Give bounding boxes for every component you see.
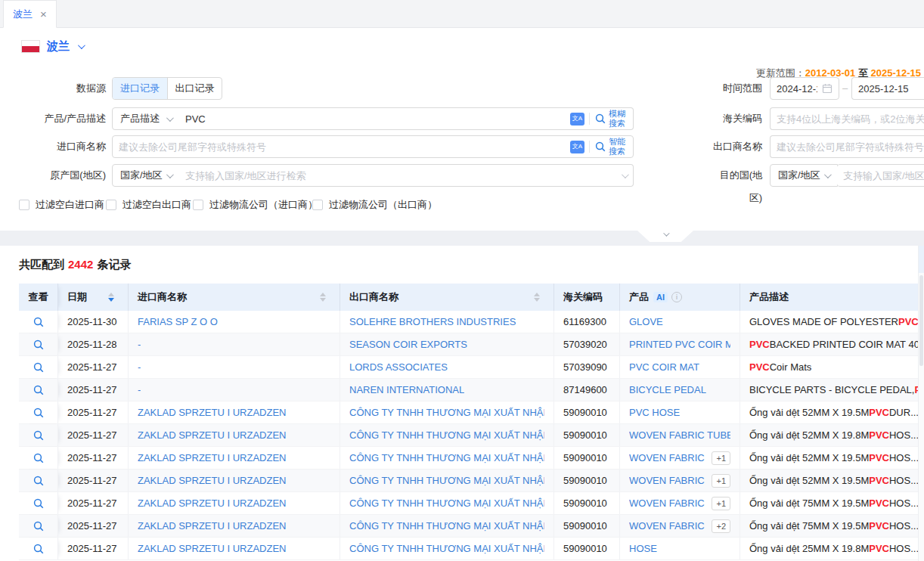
tab-export-records[interactable]: 出口记录	[167, 78, 222, 99]
importer-link[interactable]: -	[138, 361, 141, 373]
view-details-button[interactable]	[33, 384, 45, 396]
fuzzy-search-button[interactable]: 模糊搜索	[594, 109, 627, 128]
sort-icon[interactable]	[108, 293, 114, 302]
close-icon[interactable]: ×	[40, 8, 47, 20]
product-link[interactable]: WOVEN FABRIC ...	[629, 520, 705, 532]
hs-code-value[interactable]	[777, 113, 924, 125]
more-products-badge[interactable]: +1	[712, 497, 730, 510]
date-start-input[interactable]	[770, 77, 839, 100]
importer-input[interactable]: 文A 智能搜索	[112, 135, 634, 158]
product-link[interactable]: BICYCLE PEDAL	[629, 384, 706, 395]
view-details-button[interactable]	[33, 475, 45, 487]
checkbox-filter-blank-exporter[interactable]: 过滤空白出口商	[106, 198, 191, 212]
product-field-select[interactable]: 产品描述	[112, 107, 180, 130]
scrollbar-thumb[interactable]	[919, 275, 923, 366]
checkbox-filter-blank-importer[interactable]: 过滤空白进口商	[19, 198, 104, 212]
table-row: 2025-11-27 - NAREN INTERNATIONAL 8714960…	[19, 379, 924, 401]
destination-country-value[interactable]	[843, 170, 924, 181]
col-date[interactable]: 日期	[58, 284, 129, 311]
view-details-button[interactable]	[33, 361, 45, 373]
exporter-link[interactable]: CÔNG TY TNHH THƯƠNG MẠI XUẤT NHẬP...	[349, 543, 544, 554]
view-details-button[interactable]	[33, 429, 45, 442]
importer-link[interactable]: ZAKLAD SPRZETU I URZADZEN	[138, 475, 286, 486]
product-search-value[interactable]	[185, 113, 566, 125]
view-details-button[interactable]	[33, 452, 45, 464]
importer-link[interactable]: ZAKLAD SPRZETU I URZADZEN	[138, 497, 286, 509]
origin-country-value[interactable]	[185, 170, 617, 181]
view-details-button[interactable]	[33, 339, 45, 351]
date-cell: 2025-11-27	[58, 515, 129, 537]
more-products-badge[interactable]: +1	[712, 451, 730, 465]
view-details-button[interactable]	[33, 316, 45, 328]
date-end-value[interactable]	[858, 83, 924, 95]
sort-icon[interactable]	[534, 293, 540, 302]
exporter-link[interactable]: CÔNG TY TNHH THƯƠNG MẠI XUẤT NHẬP...	[349, 497, 544, 509]
product-link[interactable]: WOVEN FABRIC ...	[629, 475, 705, 486]
importer-link[interactable]: ZAKLAD SPRZETU I URZADZEN	[138, 452, 286, 463]
exporter-link[interactable]: CÔNG TY TNHH THƯƠNG MẠI XUẤT NHẬP...	[349, 475, 544, 486]
exporter-link[interactable]: CÔNG TY TNHH THƯƠNG MẠI XUẤT NHẬP...	[349, 429, 544, 441]
col-exporter[interactable]: 出口商名称	[340, 284, 554, 311]
smart-search-button[interactable]: 智能搜索	[594, 137, 627, 156]
view-details-button[interactable]	[33, 407, 45, 419]
more-products-badge[interactable]: +2	[712, 519, 730, 533]
exporter-link[interactable]: SOLEHRE BROTHERS INDUSTRIES	[349, 316, 516, 327]
importer-link[interactable]: ZAKLAD SPRZETU I URZADZEN	[138, 429, 286, 441]
checkbox-icon[interactable]	[193, 200, 203, 210]
country-name[interactable]: 波兰	[47, 39, 70, 54]
importer-link[interactable]: FARIAS SP Z O O	[138, 316, 218, 327]
checkbox-label: 过滤空白出口商	[122, 198, 191, 212]
destination-country-input[interactable]	[837, 164, 924, 187]
importer-link[interactable]: -	[138, 339, 141, 350]
collapse-form-button[interactable]	[637, 231, 693, 242]
sort-icon[interactable]	[320, 293, 326, 302]
product-search-input[interactable]: 文A 模糊搜索	[179, 107, 634, 130]
product-link[interactable]: GLOVE	[629, 316, 663, 327]
exporter-link[interactable]: CÔNG TY TNHH THƯƠNG MẠI XUẤT NHẬP...	[349, 407, 544, 418]
product-link[interactable]: WOVEN FABRIC ...	[629, 452, 705, 463]
importer-link[interactable]: ZAKLAD SPRZETU I URZADZEN	[138, 543, 286, 554]
product-link[interactable]: PRINTED PVC COIR M...	[629, 339, 730, 350]
product-link[interactable]: HOSE	[629, 543, 657, 554]
info-icon[interactable]: i	[671, 292, 682, 302]
tab-poland[interactable]: 波兰 ×	[3, 0, 57, 28]
exporter-link[interactable]: CÔNG TY TNHH THƯƠNG MẠI XUẤT NHẬP...	[349, 520, 544, 532]
col-date-label: 日期	[67, 290, 87, 304]
exporter-link[interactable]: NAREN INTERNATIONAL	[349, 384, 464, 395]
exporter-link[interactable]: SEASON COIR EXPORTS	[349, 339, 467, 350]
importer-link[interactable]: ZAKLAD SPRZETU I URZADZEN	[138, 407, 286, 418]
checkbox-filter-logistics-importer[interactable]: 过滤物流公司（进口商）	[193, 198, 318, 212]
view-details-button[interactable]	[33, 520, 45, 532]
checkbox-icon[interactable]	[19, 200, 29, 210]
origin-country-input[interactable]	[179, 164, 634, 187]
destination-type-select[interactable]: 国家/地区	[770, 164, 838, 187]
exporter-link[interactable]: LORDS ASSOCIATES	[349, 361, 448, 373]
col-importer[interactable]: 进口商名称	[129, 284, 340, 311]
view-details-button[interactable]	[33, 543, 45, 555]
exporter-value[interactable]	[777, 141, 924, 153]
hs-code-input[interactable]	[770, 107, 924, 130]
origin-type-select[interactable]: 国家/地区	[112, 164, 180, 187]
table-scrollbar[interactable]	[918, 246, 924, 561]
view-details-button[interactable]	[33, 497, 45, 510]
checkbox-icon[interactable]	[106, 200, 116, 210]
importer-link[interactable]: ZAKLAD SPRZETU I URZADZEN	[138, 520, 286, 532]
checkbox-filter-logistics-exporter[interactable]: 过滤物流公司（出口商）	[312, 198, 437, 212]
product-link[interactable]: PVC COIR MAT	[629, 361, 699, 373]
importer-value[interactable]	[119, 141, 566, 153]
translate-icon[interactable]: 文A	[570, 113, 584, 126]
product-link[interactable]: PVC HOSE	[629, 407, 680, 418]
importer-link[interactable]: -	[138, 384, 141, 395]
chevron-down-icon[interactable]	[78, 42, 85, 49]
exporter-input[interactable]	[770, 135, 924, 158]
product-link[interactable]: WOVEN FABRIC ...	[629, 497, 705, 509]
date-end-input[interactable]	[851, 77, 924, 100]
checkbox-icon[interactable]	[312, 200, 323, 210]
translate-icon[interactable]: 文A	[570, 141, 584, 153]
date-start-value[interactable]	[777, 83, 817, 95]
search-icon	[594, 113, 606, 125]
more-products-badge[interactable]: +1	[712, 474, 730, 488]
tab-import-records[interactable]: 进口记录	[113, 78, 167, 99]
exporter-link[interactable]: CÔNG TY TNHH THƯƠNG MẠI XUẤT NHẬP...	[349, 452, 544, 463]
product-link[interactable]: WOVEN FABRIC TUBE	[629, 429, 730, 441]
